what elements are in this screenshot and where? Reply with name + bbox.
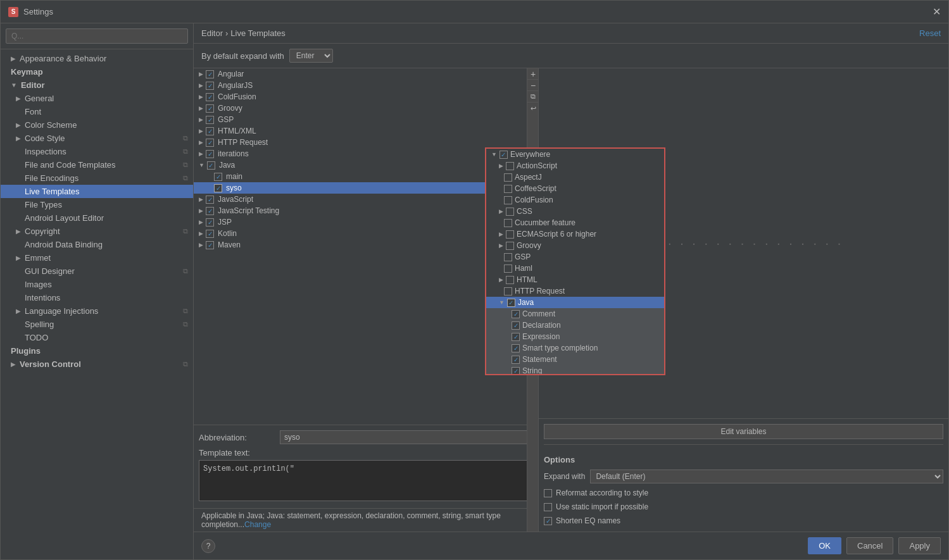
checkbox-coffeescript[interactable]: [504, 185, 512, 193]
template-group-javascript[interactable]: ▶ JavaScript: [194, 194, 527, 205]
template-group-coldfusion[interactable]: ▶ ColdFusion: [194, 91, 527, 103]
reformat-checkbox[interactable]: [544, 489, 552, 497]
dropdown-actionscript[interactable]: ▶ ActionScript: [486, 160, 664, 171]
checkbox-string[interactable]: [512, 367, 520, 375]
edit-variables-button[interactable]: Edit variables: [544, 424, 943, 439]
dropdown-groovy[interactable]: ▶ Groovy: [486, 240, 664, 251]
dropdown-declaration[interactable]: Declaration: [486, 320, 664, 331]
checkbox-html[interactable]: [506, 276, 514, 284]
sidebar-item-editor[interactable]: ▼ Editor: [1, 78, 193, 92]
sidebar-item-general[interactable]: ▶ General: [1, 92, 193, 105]
cancel-button[interactable]: Cancel: [846, 537, 893, 554]
dropdown-java[interactable]: ▼ Java: [486, 297, 664, 308]
template-group-maven[interactable]: ▶ Maven: [194, 239, 527, 251]
template-group-httprequest[interactable]: ▶ HTTP Request: [194, 137, 527, 148]
sidebar-item-file-types[interactable]: File Types: [1, 198, 193, 211]
dropdown-coffeescript[interactable]: CoffeeScript: [486, 183, 664, 194]
dropdown-expression[interactable]: Expression: [486, 331, 664, 342]
template-text-area[interactable]: System.out.println(": [199, 460, 533, 501]
checkbox-haml[interactable]: [504, 264, 512, 273]
checkbox-iterations[interactable]: [206, 150, 214, 158]
dropdown-ecmascript[interactable]: ▶ ECMAScript 6 or higher: [486, 228, 664, 240]
checkbox-angularjs[interactable]: [206, 82, 214, 90]
change-link[interactable]: Change: [244, 520, 271, 529]
sidebar-item-copyright[interactable]: ▶ Copyright ⧉: [1, 225, 193, 238]
sidebar-item-font[interactable]: Font: [1, 105, 193, 118]
remove-template-button[interactable]: −: [527, 80, 539, 91]
checkbox-groovy[interactable]: [206, 104, 214, 113]
sidebar-item-plugins[interactable]: Plugins: [1, 344, 193, 358]
dropdown-aspectj[interactable]: AspectJ: [486, 171, 664, 183]
checkbox-htmlxml[interactable]: [206, 127, 214, 135]
reset-button[interactable]: Reset: [919, 28, 941, 38]
sidebar-item-color-scheme[interactable]: ▶ Color Scheme: [1, 118, 193, 132]
checkbox-kotlin[interactable]: [206, 230, 214, 238]
template-group-kotlin[interactable]: ▶ Kotlin: [194, 228, 527, 239]
expand-with-select[interactable]: Enter Tab Space: [289, 49, 333, 63]
dropdown-gsp[interactable]: GSP: [486, 251, 664, 263]
sidebar-item-android-layout-editor[interactable]: Android Layout Editor: [1, 211, 193, 225]
checkbox-coldfusion2[interactable]: [504, 196, 512, 204]
dropdown-everywhere[interactable]: ▼ Everywhere: [486, 149, 664, 160]
template-group-htmlxml[interactable]: ▶ HTML/XML: [194, 125, 527, 137]
sidebar-item-code-style[interactable]: ▶ Code Style ⧉: [1, 132, 193, 145]
template-group-gsp[interactable]: ▶ GSP: [194, 114, 527, 125]
dropdown-html[interactable]: ▶ HTML: [486, 274, 664, 285]
sidebar-item-file-code-templates[interactable]: File and Code Templates ⧉: [1, 158, 193, 171]
close-button[interactable]: ✕: [933, 6, 941, 18]
dropdown-coldfusion[interactable]: ColdFusion: [486, 194, 664, 206]
help-button[interactable]: ?: [201, 539, 215, 553]
checkbox-groovy2[interactable]: [506, 242, 514, 250]
dropdown-http-request[interactable]: HTTP Request: [486, 285, 664, 297]
search-input[interactable]: [6, 28, 188, 44]
checkbox-angular[interactable]: [206, 70, 214, 78]
dropdown-css[interactable]: ▶ CSS: [486, 206, 664, 217]
checkbox-comment[interactable]: [512, 310, 520, 318]
dropdown-comment[interactable]: Comment: [486, 308, 664, 320]
sidebar-item-gui-designer[interactable]: GUI Designer ⧉: [1, 264, 193, 278]
sidebar-item-version-control[interactable]: ▶ Version Control ⧉: [1, 358, 193, 371]
template-group-angularjs[interactable]: ▶ AngularJS: [194, 80, 527, 91]
undo-template-button[interactable]: ↩: [527, 103, 539, 114]
sidebar-item-todo[interactable]: TODO: [1, 331, 193, 344]
abbreviation-input[interactable]: [280, 430, 533, 444]
sidebar-item-live-templates[interactable]: Live Templates: [1, 185, 193, 198]
dropdown-smart-type[interactable]: Smart type completion: [486, 342, 664, 354]
static-import-checkbox[interactable]: [544, 503, 552, 511]
checkbox-actionscript[interactable]: [506, 162, 514, 170]
sidebar-item-file-encodings[interactable]: File Encodings ⧉: [1, 171, 193, 185]
checkbox-maven[interactable]: [206, 241, 214, 249]
checkbox-main[interactable]: [214, 173, 222, 181]
checkbox-httprequest[interactable]: [206, 139, 214, 147]
sidebar-item-appearance[interactable]: ▶ Appearance & Behavior: [1, 52, 193, 65]
dropdown-statement[interactable]: Statement: [486, 354, 664, 365]
sidebar-item-spelling[interactable]: Spelling ⧉: [1, 318, 193, 331]
sidebar-item-intentions[interactable]: Intentions: [1, 291, 193, 304]
template-group-groovy[interactable]: ▶ Groovy: [194, 103, 527, 114]
checkbox-coldfusion[interactable]: [206, 93, 214, 101]
checkbox-http-request[interactable]: [504, 287, 512, 296]
checkbox-javascript-testing[interactable]: [206, 207, 214, 215]
template-syso[interactable]: syso: [194, 182, 527, 194]
template-group-iterations[interactable]: ▶ iterations: [194, 148, 527, 159]
template-main[interactable]: main: [194, 171, 527, 182]
sidebar-item-android-data-binding[interactable]: Android Data Binding: [1, 238, 193, 251]
apply-button[interactable]: Apply: [898, 537, 941, 554]
checkbox-expression[interactable]: [512, 333, 520, 341]
checkbox-smart-type[interactable]: [512, 344, 520, 352]
checkbox-cucumber[interactable]: [504, 219, 512, 227]
template-group-javascript-testing[interactable]: ▶ JavaScript Testing: [194, 205, 527, 216]
checkbox-gsp[interactable]: [206, 116, 214, 124]
checkbox-statement[interactable]: [512, 356, 520, 364]
checkbox-gsp2[interactable]: [504, 253, 512, 261]
template-group-java[interactable]: ▼ Java: [194, 159, 527, 171]
sidebar-item-language-injections[interactable]: ▶ Language Injections ⧉: [1, 304, 193, 318]
checkbox-syso[interactable]: [214, 184, 222, 192]
expand-with-option-select[interactable]: Default (Enter) Enter Tab Space: [590, 470, 943, 483]
checkbox-java2[interactable]: [507, 299, 515, 307]
checkbox-java[interactable]: [207, 161, 215, 170]
sidebar-item-inspections[interactable]: Inspections ⧉: [1, 145, 193, 158]
dropdown-haml[interactable]: Haml: [486, 263, 664, 274]
template-group-angular[interactable]: ▶ Angular: [194, 68, 527, 80]
dropdown-cucumber[interactable]: Cucumber feature: [486, 217, 664, 228]
